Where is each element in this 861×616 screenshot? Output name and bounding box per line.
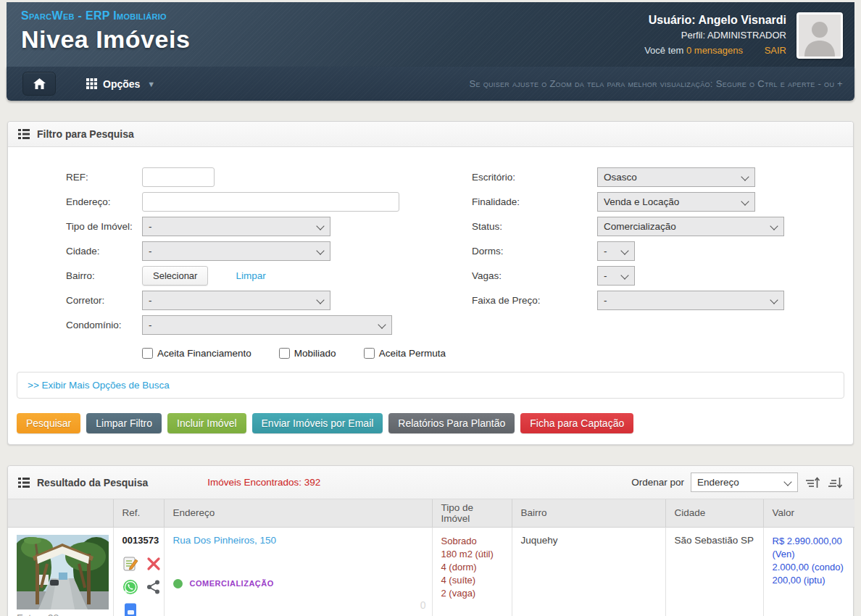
status-dot-icon xyxy=(173,579,183,588)
list-icon xyxy=(18,478,30,488)
navbar: Opções ▼ Se quiser ajuste o Zoom da tela… xyxy=(7,67,854,101)
user-links: Você tem 0 mensagens SAIR xyxy=(644,43,786,58)
more-options-link[interactable]: >> Exibir Mais Opções de Busca xyxy=(28,380,170,391)
filter-right-column: Escritório: Osasco Finalidade: Venda e L… xyxy=(457,165,853,337)
condominio-select[interactable]: - xyxy=(142,315,392,335)
app-subtitle: SparcWeb - ERP Imobiliário xyxy=(21,9,190,22)
user-info: Usuário: Angelo Visnardi Perfil: ADMINIS… xyxy=(644,12,786,58)
more-options-box: >> Exibir Mais Opções de Busca xyxy=(17,372,844,399)
results-table: Ref. Endereço Tipo de Imóvel Bairro Cida… xyxy=(8,499,854,616)
user-profile: Perfil: ADMINISTRADOR xyxy=(644,28,786,43)
sort-ascending-icon[interactable] xyxy=(804,475,820,490)
messages-prefix: Você tem xyxy=(644,45,683,56)
column-endereco: Endereço xyxy=(164,499,432,527)
filter-actions: Pesquisar Limpar Filtro Incluir Imóvel E… xyxy=(17,413,844,444)
aceita-permuta-checkbox[interactable] xyxy=(364,348,375,359)
cell-bairro: Juquehy xyxy=(512,527,665,616)
mobiliado-checkbox[interactable] xyxy=(279,348,290,359)
field-faixa-preco: Faixa de Preço: - xyxy=(472,288,853,312)
column-valor: Valor xyxy=(763,499,854,527)
share-icon[interactable] xyxy=(146,579,162,595)
address-link[interactable]: Rua Dos Pinheiros, 150 xyxy=(173,535,277,546)
cell-counter: 0 xyxy=(420,599,426,611)
grid-icon xyxy=(86,78,97,89)
dorms-select[interactable]: - xyxy=(597,241,635,261)
field-finalidade: Finalidade: Venda e Locação xyxy=(472,189,853,214)
cidade-value: São Sebastião SP xyxy=(675,535,754,546)
whatsapp-icon[interactable] xyxy=(122,579,138,595)
sort-descending-icon[interactable] xyxy=(827,475,843,490)
status-line: COMERCIALIZAÇÃO xyxy=(173,579,423,588)
field-dorms: Dorms: - xyxy=(472,238,853,263)
cidade-select[interactable]: - xyxy=(142,241,330,261)
bairro-limpar-link[interactable]: Limpar xyxy=(236,270,265,281)
header-block: SparcWeb - ERP Imobiliário Nivea Imóveis… xyxy=(7,2,854,101)
limpar-filtro-button[interactable]: Limpar Filtro xyxy=(86,413,162,433)
field-condominio: Condomínio: - xyxy=(8,312,457,337)
pesquisar-button[interactable]: Pesquisar xyxy=(17,413,80,433)
ficha-captacao-button[interactable]: Ficha para Captação xyxy=(520,413,633,433)
escritorio-select[interactable]: Osasco xyxy=(597,167,755,187)
field-tipo-imovel: Tipo de Imóvel: - xyxy=(8,214,457,238)
field-ref: REF: xyxy=(8,165,457,189)
photos-count: Fotos: 28 xyxy=(17,612,104,616)
menu-opcoes[interactable]: Opções ▼ xyxy=(86,78,155,90)
tipo-imovel-select[interactable]: - xyxy=(142,217,330,236)
order-controls: Ordenar por Endereço xyxy=(631,473,843,492)
column-photo xyxy=(8,499,113,527)
branding: SparcWeb - ERP Imobiliário Nivea Imóveis xyxy=(21,9,190,67)
property-photo[interactable] xyxy=(17,535,109,609)
field-cidade: Cidade: - xyxy=(8,238,457,263)
row-actions xyxy=(122,556,155,616)
enviar-email-button[interactable]: Enviar Imóveis por Email xyxy=(252,413,383,433)
app-header: SparcWeb - ERP Imobiliário Nivea Imóveis… xyxy=(7,2,854,67)
filter-title: Filtro para Pesquisa xyxy=(37,128,134,140)
home-button[interactable] xyxy=(22,72,56,96)
note-icon[interactable] xyxy=(122,602,138,616)
results-count: Imóveis Encontrados: 392 xyxy=(207,477,320,488)
bairro-value: Juquehy xyxy=(521,535,558,546)
field-bairro: Bairro: Selecionar Limpar xyxy=(8,263,457,288)
edit-icon[interactable] xyxy=(122,556,138,572)
results-table-header-row: Ref. Endereço Tipo de Imóvel Bairro Cida… xyxy=(8,499,854,527)
checkbox-aceita-permuta[interactable]: Aceita Permuta xyxy=(364,348,446,359)
corretor-select[interactable]: - xyxy=(142,291,330,310)
status-select[interactable]: Comercialização xyxy=(597,217,784,236)
column-tipo: Tipo de Imóvel xyxy=(432,499,512,527)
ref-number: 0013573 xyxy=(122,535,155,546)
column-bairro: Bairro xyxy=(512,499,665,527)
user-silhouette-icon xyxy=(799,14,841,57)
logout-link[interactable]: SAIR xyxy=(765,45,786,56)
filter-body: REF: Endereço: Tipo de Imóvel: - Cidade:… xyxy=(8,147,853,444)
status-badge: COMERCIALIZAÇÃO xyxy=(190,579,274,588)
list-icon xyxy=(18,129,30,139)
order-select[interactable]: Endereço xyxy=(691,473,798,492)
messages-link[interactable]: 0 mensagens xyxy=(686,45,743,56)
avatar xyxy=(796,12,843,59)
tipo-details: Sobrado 180 m2 (útil) 4 (dorm) 4 (suíte)… xyxy=(441,535,503,600)
results-panel: Resultado da Pesquisa Imóveis Encontrado… xyxy=(7,465,854,616)
endereco-input[interactable] xyxy=(142,192,399,212)
faixa-preco-select[interactable]: - xyxy=(597,291,784,310)
results-title: Resultado da Pesquisa xyxy=(37,477,148,488)
checkbox-aceita-financiamento[interactable]: Aceita Financiamento xyxy=(142,348,251,359)
relatorios-plantao-button[interactable]: Relatórios Para Plantão xyxy=(388,413,515,433)
table-row: Fotos: 28 0013573 xyxy=(8,527,854,616)
vagas-select[interactable]: - xyxy=(597,266,635,286)
delete-icon[interactable] xyxy=(146,556,162,572)
user-name: Usuário: Angelo Visnardi xyxy=(644,12,786,28)
finalidade-select[interactable]: Venda e Locação xyxy=(597,192,755,212)
filter-checkboxes: Aceita Financiamento Mobiliado Aceita Pe… xyxy=(142,344,853,362)
ref-input[interactable] xyxy=(142,167,215,187)
page-title: Nivea Imóveis xyxy=(21,25,190,54)
aceita-financiamento-checkbox[interactable] xyxy=(142,348,153,359)
bairro-selecionar-button[interactable]: Selecionar xyxy=(142,266,208,286)
checkbox-mobiliado[interactable]: Mobiliado xyxy=(279,348,336,359)
incluir-imovel-button[interactable]: Incluir Imóvel xyxy=(167,413,246,433)
filter-left-column: REF: Endereço: Tipo de Imóvel: - Cidade:… xyxy=(8,165,457,337)
column-ref: Ref. xyxy=(113,499,164,527)
cell-tipo: Sobrado 180 m2 (útil) 4 (dorm) 4 (suíte)… xyxy=(432,527,512,616)
menu-opcoes-label: Opções xyxy=(103,78,140,90)
cell-cidade: São Sebastião SP xyxy=(665,527,763,616)
field-status: Status: Comercialização xyxy=(472,214,853,238)
